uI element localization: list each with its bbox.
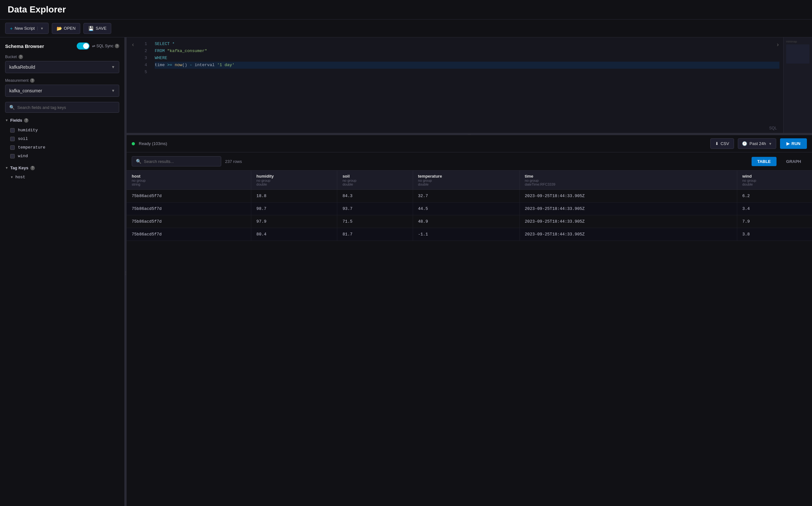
table-cell: 80.4	[251, 228, 337, 241]
measurement-info-icon[interactable]: ?	[30, 78, 34, 83]
column-type: double	[256, 182, 332, 186]
column-name: time	[525, 174, 732, 179]
editor-collapse-left-button[interactable]: ‹	[130, 40, 137, 49]
sql-sync-toggle[interactable]	[77, 43, 89, 50]
table-row[interactable]: 75b86acd5f7d80.481.7-1.12023-09-25T18:44…	[127, 228, 812, 241]
editor-container: ‹ 12345 SELECT *FROM "kafka_consumer"WHE…	[127, 37, 812, 133]
fields-section-header[interactable]: ▼ Fields ?	[5, 118, 119, 123]
results-area: 🔍 237 rows TABLE GRAPH host no group str…	[127, 152, 812, 506]
results-toolbar: 🔍 237 rows TABLE GRAPH	[127, 152, 812, 171]
table-cell: -1.1	[413, 228, 519, 241]
list-item[interactable]: wind	[5, 152, 119, 160]
code-editor[interactable]: SELECT *FROM "kafka_consumer"WHEREtime >…	[151, 37, 783, 133]
column-name: wind	[742, 174, 807, 179]
column-name: soil	[343, 174, 407, 179]
results-table-header: host no group stringhumidity no group do…	[127, 171, 812, 190]
column-type: dateTime:RFC3339	[525, 182, 732, 186]
graph-tab-button[interactable]: GRAPH	[780, 157, 807, 166]
measurement-dropdown-arrow: ▼	[111, 88, 115, 93]
editor-collapse-right-button[interactable]: ›	[774, 40, 781, 49]
table-row[interactable]: 75b86acd5f7d98.793.744.52023-09-25T18:44…	[127, 202, 812, 215]
table-cell: 6.2	[737, 190, 812, 202]
table-column-header[interactable]: humidity no group double	[251, 171, 337, 190]
bucket-value: kafkaRebuild	[9, 65, 35, 70]
editor-main[interactable]: 12345 SELECT *FROM "kafka_consumer"WHERE…	[139, 37, 783, 133]
editor-sidebar: ‹	[127, 37, 139, 133]
field-checkbox[interactable]	[10, 154, 15, 158]
status-indicator	[132, 142, 135, 145]
fields-section: ▼ Fields ? humidity soil temperature win…	[5, 118, 119, 160]
code-line	[155, 69, 780, 76]
list-item[interactable]: temperature	[5, 143, 119, 152]
tag-keys-list: ▼ host	[5, 173, 119, 181]
time-range-selector[interactable]: 🕐 Past 24h ▼	[738, 138, 776, 149]
clock-icon: 🕐	[742, 141, 747, 146]
field-name: temperature	[18, 145, 46, 150]
list-item[interactable]: humidity	[5, 126, 119, 135]
table-row[interactable]: 75b86acd5f7d97.971.548.92023-09-25T18:44…	[127, 215, 812, 228]
run-icon: ▶	[787, 141, 790, 146]
save-button[interactable]: 💾 SAVE	[83, 23, 111, 34]
column-type: double	[742, 182, 807, 186]
table-cell: 44.5	[413, 202, 519, 215]
table-cell: 81.7	[337, 228, 413, 241]
results-table-wrapper[interactable]: host no group stringhumidity no group do…	[127, 171, 812, 506]
table-column-header[interactable]: time no group dateTime:RFC3339	[519, 171, 737, 190]
editor-right-panel: minimap	[783, 37, 812, 133]
run-button[interactable]: ▶ RUN	[780, 138, 807, 149]
column-group: no group	[132, 179, 246, 182]
table-cell: 98.7	[251, 202, 337, 215]
list-item[interactable]: soil	[5, 135, 119, 143]
list-item[interactable]: ▼ host	[5, 173, 119, 181]
code-line: FROM "kafka_consumer"	[155, 48, 780, 55]
field-checkbox[interactable]	[10, 128, 15, 133]
fields-chevron-icon: ▼	[5, 118, 8, 122]
column-name: host	[132, 174, 246, 179]
sql-sync-label: ⇌ SQL Sync ?	[92, 44, 119, 48]
table-row[interactable]: 75b86acd5f7d18.884.332.72023-09-25T18:44…	[127, 190, 812, 202]
results-search-icon: 🔍	[136, 159, 141, 164]
tag-keys-header[interactable]: ▼ Tag Keys ?	[5, 165, 119, 170]
bucket-info-icon[interactable]: ?	[18, 55, 23, 59]
fields-search-input[interactable]	[17, 105, 115, 110]
results-search-input[interactable]	[144, 159, 208, 164]
table-column-header[interactable]: host no group string	[127, 171, 251, 190]
chevron-down-icon[interactable]: ▼	[38, 26, 44, 30]
code-line: WHERE	[155, 55, 780, 62]
bucket-dropdown-arrow: ▼	[111, 65, 115, 69]
column-group: no group	[343, 179, 407, 182]
column-name: temperature	[418, 174, 514, 179]
column-type: string	[132, 182, 246, 186]
fields-label: Fields	[10, 118, 22, 123]
code-line: time >= now() - interval '1 day'	[155, 62, 780, 69]
csv-export-button[interactable]: ⬇ CSV	[710, 138, 734, 149]
tag-keys-section: ▼ Tag Keys ? ▼ host	[5, 165, 119, 181]
sql-sync-info-icon[interactable]: ?	[115, 44, 119, 48]
table-cell: 3.4	[737, 202, 812, 215]
table-tab-button[interactable]: TABLE	[752, 157, 777, 166]
sql-label: SQL	[769, 126, 777, 130]
new-script-button[interactable]: + New Script ▼	[5, 23, 49, 34]
table-column-header[interactable]: soil no group double	[337, 171, 413, 190]
toolbar: + New Script ▼ 📂 OPEN 💾 SAVE	[0, 19, 812, 37]
table-cell: 84.3	[337, 190, 413, 202]
table-column-header[interactable]: temperature no group double	[413, 171, 519, 190]
tag-keys-info-icon[interactable]: ?	[30, 166, 35, 170]
field-checkbox[interactable]	[10, 145, 15, 150]
open-button[interactable]: 📂 OPEN	[52, 23, 81, 34]
field-name: soil	[18, 137, 28, 141]
bucket-dropdown[interactable]: kafkaRebuild ▼	[5, 61, 119, 73]
table-column-header[interactable]: wind no group double	[737, 171, 812, 190]
results-table: host no group stringhumidity no group do…	[127, 171, 812, 241]
time-range-chevron: ▼	[768, 142, 772, 146]
column-group: no group	[525, 179, 732, 182]
column-group: no group	[256, 179, 332, 182]
table-cell: 2023-09-25T18:44:33.905Z	[519, 228, 737, 241]
fields-info-icon[interactable]: ?	[24, 118, 28, 123]
table-cell: 71.5	[337, 215, 413, 228]
code-line: SELECT *	[155, 40, 780, 48]
main-layout: Schema Browser ⇌ SQL Sync ? Bucket ? kaf…	[0, 37, 812, 506]
measurement-dropdown[interactable]: kafka_consumer ▼	[5, 85, 119, 97]
tag-key-name: host	[15, 175, 25, 179]
field-checkbox[interactable]	[10, 137, 15, 141]
